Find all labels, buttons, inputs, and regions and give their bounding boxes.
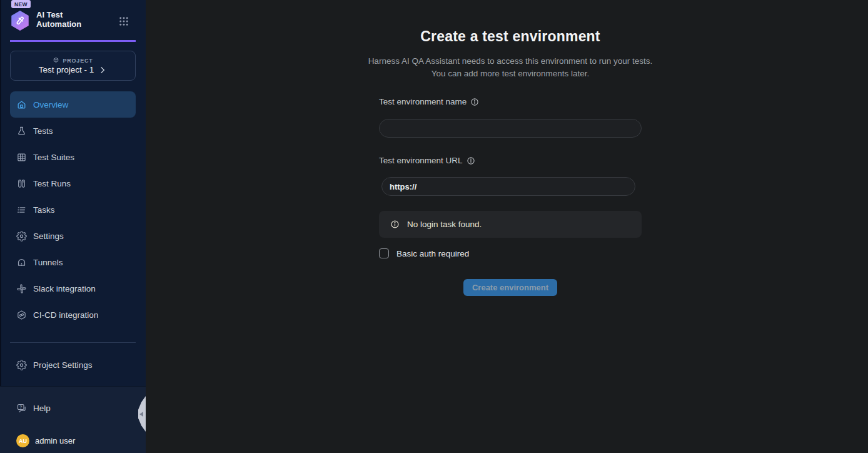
help-chat-icon: ? <box>16 403 27 414</box>
basic-auth-checkbox-row[interactable]: Basic auth required <box>379 248 469 258</box>
main-content: Create a test environment Harness AI QA … <box>146 0 868 453</box>
gear-icon <box>16 360 27 370</box>
sidebar-item-tunnels[interactable]: Tunnels <box>10 249 136 275</box>
nav-label: Slack integration <box>33 284 96 293</box>
basic-auth-checkbox[interactable] <box>379 248 389 258</box>
app-logo-icon <box>10 11 30 31</box>
info-icon[interactable] <box>467 156 475 165</box>
page-subtitle: Harness AI QA Assistant needs to access … <box>363 55 657 80</box>
info-icon[interactable] <box>470 98 479 106</box>
sidebar-divider <box>10 342 136 343</box>
nav-label: Overview <box>33 100 68 109</box>
nav-label: Settings <box>33 232 64 241</box>
sidebar-item-settings[interactable]: Settings <box>10 223 136 249</box>
login-task-notice: No login task found. <box>379 211 642 238</box>
sidebar-item-tasks[interactable]: Tasks <box>10 196 136 223</box>
sidebar: NEW AI Test Automation PROJECT <box>0 0 146 453</box>
avatar: AU <box>16 434 29 447</box>
list-icon <box>16 205 27 215</box>
help-button[interactable]: ? Help <box>10 395 136 421</box>
name-field-label: Test environment name <box>379 97 467 106</box>
sidebar-nav: Overview Tests Test Suites <box>0 91 146 328</box>
help-label: Help <box>33 404 51 413</box>
environment-url-input[interactable] <box>381 177 635 196</box>
create-environment-button[interactable]: Create environment <box>463 279 557 296</box>
url-field-label: Test environment URL <box>379 156 463 165</box>
nav-label: Project Settings <box>33 360 93 370</box>
project-selector[interactable]: PROJECT Test project - 1 <box>10 51 136 81</box>
collapse-arrow-icon <box>139 412 143 417</box>
info-icon <box>390 220 400 229</box>
sidebar-item-project-settings[interactable]: Project Settings <box>10 352 136 378</box>
app-title: AI Test Automation <box>36 10 90 29</box>
nav-label: Tests <box>33 126 53 136</box>
slack-icon <box>16 283 27 294</box>
cicd-link-icon <box>16 310 27 320</box>
home-icon <box>16 99 27 110</box>
sidebar-item-overview[interactable]: Overview <box>10 91 136 118</box>
nav-label: Test Suites <box>33 153 74 162</box>
nav-label: Tunnels <box>33 258 63 267</box>
notice-text: No login task found. <box>407 220 482 229</box>
app-launcher-icon[interactable] <box>118 16 129 27</box>
sidebar-item-slack-integration[interactable]: Slack integration <box>10 275 136 302</box>
tunnel-icon <box>16 257 27 268</box>
url-field-label-row: Test environment URL <box>379 156 475 165</box>
environment-name-input[interactable] <box>379 119 642 138</box>
nav-label: Tasks <box>33 205 55 215</box>
new-badge: NEW <box>11 0 31 8</box>
chevron-right-icon <box>98 66 107 74</box>
sidebar-item-tests[interactable]: Tests <box>10 118 136 144</box>
accent-divider <box>10 40 136 42</box>
project-label: PROJECT <box>63 58 93 64</box>
columns-icon <box>16 178 27 189</box>
cube-icon <box>53 57 59 64</box>
page-title: Create a test environment <box>379 28 642 45</box>
gear-icon <box>16 231 27 242</box>
sidebar-item-test-suites[interactable]: Test Suites <box>10 144 136 170</box>
nav-label: Test Runs <box>33 179 71 188</box>
basic-auth-label: Basic auth required <box>396 249 469 258</box>
user-menu[interactable]: AU admin user <box>16 434 75 447</box>
nav-label: CI-CD integration <box>33 310 98 320</box>
sidebar-footer: ? Help AU admin user <box>0 386 146 453</box>
project-name: Test project - 1 <box>39 65 94 74</box>
flask-icon <box>16 126 27 136</box>
sidebar-item-cicd-integration[interactable]: CI-CD integration <box>10 302 136 328</box>
name-field-label-row: Test environment name <box>379 97 479 106</box>
sidebar-item-test-runs[interactable]: Test Runs <box>10 170 136 196</box>
svg-text:?: ? <box>19 404 22 409</box>
user-name: admin user <box>35 436 75 445</box>
table-grid-icon <box>16 152 27 163</box>
